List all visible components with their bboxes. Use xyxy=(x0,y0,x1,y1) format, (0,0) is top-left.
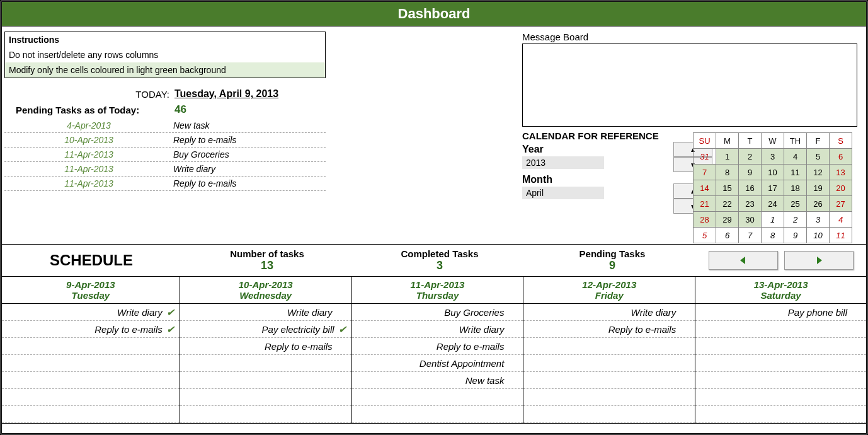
schedule-task-cell[interactable] xyxy=(180,355,351,372)
cal-day-cell[interactable]: 14 xyxy=(694,180,716,196)
schedule-task-cell[interactable] xyxy=(695,321,866,338)
schedule-task-cell[interactable] xyxy=(695,372,866,389)
schedule-task-cell[interactable] xyxy=(180,406,351,423)
schedule-day-name: Tuesday xyxy=(2,290,180,301)
pending-task-row: 11-Apr-2013Reply to e-mails xyxy=(4,177,326,191)
cal-day-cell[interactable]: 17 xyxy=(762,180,784,196)
cal-day-cell[interactable]: 2 xyxy=(784,212,807,228)
schedule-task-cell[interactable] xyxy=(352,389,523,406)
schedule-task-cell[interactable] xyxy=(2,372,180,389)
schedule-task-cell[interactable] xyxy=(523,372,695,389)
cal-day-cell[interactable]: 1 xyxy=(716,149,739,165)
schedule-day-header: 12-Apr-2013Friday xyxy=(523,277,695,304)
pending-task-desc: New task xyxy=(173,120,210,130)
schedule-task-cell[interactable]: Write diary xyxy=(352,321,523,338)
cal-day-cell[interactable]: 6 xyxy=(716,228,739,243)
schedule-task-cell[interactable]: Write diary xyxy=(180,304,351,321)
schedule-prev-button[interactable] xyxy=(709,251,778,270)
cal-day-cell[interactable]: 31 xyxy=(694,149,716,165)
schedule-task-cell[interactable] xyxy=(523,389,695,406)
schedule-task-cell[interactable] xyxy=(352,406,523,423)
schedule-task-cell[interactable] xyxy=(695,406,866,423)
schedule-task-cell[interactable] xyxy=(2,389,180,406)
cal-day-cell[interactable]: 19 xyxy=(807,180,830,196)
year-value[interactable]: 2013 xyxy=(522,156,604,169)
cal-day-cell[interactable]: 21 xyxy=(694,196,716,212)
cal-day-cell[interactable]: 11 xyxy=(830,228,852,243)
cal-day-cell[interactable]: 23 xyxy=(739,196,762,212)
schedule-task-cell[interactable] xyxy=(695,355,866,372)
cal-day-cell[interactable]: 15 xyxy=(716,180,739,196)
schedule-task-cell[interactable] xyxy=(2,338,180,355)
instructions-header: Instructions xyxy=(5,32,325,47)
message-board[interactable] xyxy=(522,44,857,127)
schedule-task-cell[interactable] xyxy=(2,355,180,372)
schedule-task-cell[interactable] xyxy=(180,372,351,389)
schedule-task-cell[interactable]: New task xyxy=(352,372,523,389)
cal-day-cell[interactable]: 28 xyxy=(694,212,716,228)
schedule-task-text: Write diary xyxy=(117,307,163,318)
cal-day-cell[interactable]: 8 xyxy=(716,165,739,180)
schedule-task-cell[interactable]: Pay phone bill xyxy=(695,304,866,321)
schedule-task-cell[interactable]: Write diary xyxy=(523,304,695,321)
schedule-task-cell[interactable] xyxy=(523,338,695,355)
pending-task-row: 11-Apr-2013Buy Groceries xyxy=(4,148,326,162)
cal-day-cell[interactable]: 29 xyxy=(716,212,739,228)
instructions-box: Instructions Do not insert/delete any ro… xyxy=(4,32,326,78)
cal-day-cell[interactable]: 5 xyxy=(694,228,716,243)
schedule-task-cell[interactable]: Reply to e-mails✔ xyxy=(2,321,180,338)
cal-day-cell[interactable]: 7 xyxy=(739,228,762,243)
cal-day-cell[interactable]: 2 xyxy=(739,149,762,165)
cal-day-cell[interactable]: 9 xyxy=(784,228,807,243)
cal-day-cell[interactable]: 12 xyxy=(807,165,830,180)
cal-day-cell[interactable]: 13 xyxy=(830,165,852,180)
schedule-task-cell[interactable]: Pay electricity bill✔ xyxy=(180,321,351,338)
schedule-task-cell[interactable] xyxy=(695,389,866,406)
schedule-task-cell[interactable]: Reply to e-mails xyxy=(523,321,695,338)
schedule-task-cell[interactable] xyxy=(523,406,695,423)
cal-day-cell[interactable]: 4 xyxy=(784,149,807,165)
schedule-task-cell[interactable]: Reply to e-mails xyxy=(180,338,351,355)
cal-day-cell[interactable]: 18 xyxy=(784,180,807,196)
schedule-task-cell[interactable]: Buy Groceries xyxy=(352,304,523,321)
month-value[interactable]: April xyxy=(522,187,604,199)
schedule-task-cell[interactable] xyxy=(2,406,180,423)
schedule-task-cell[interactable]: Dentist Appointment xyxy=(352,355,523,372)
today-label: TODAY: xyxy=(4,89,174,100)
cal-day-header: T xyxy=(739,133,762,149)
schedule-task-text: Write diary xyxy=(631,307,677,318)
cal-day-cell[interactable]: 24 xyxy=(762,196,784,212)
cal-day-cell[interactable]: 9 xyxy=(739,165,762,180)
cal-day-cell[interactable]: 7 xyxy=(694,165,716,180)
cal-day-cell[interactable]: 5 xyxy=(807,149,830,165)
cal-day-cell[interactable]: 11 xyxy=(784,165,807,180)
cal-day-cell[interactable]: 4 xyxy=(830,212,852,228)
cal-day-cell[interactable]: 26 xyxy=(807,196,830,212)
svg-marker-1 xyxy=(817,257,822,264)
schedule-task-cell[interactable] xyxy=(695,338,866,355)
cal-day-cell[interactable]: 8 xyxy=(762,228,784,243)
today-value: Tuesday, April 9, 2013 xyxy=(174,88,278,100)
cal-day-cell[interactable]: 6 xyxy=(830,149,852,165)
schedule-next-button[interactable] xyxy=(784,251,854,270)
schedule-task-cell[interactable]: Write diary✔ xyxy=(2,304,180,321)
schedule-task-cell[interactable] xyxy=(523,355,695,372)
cal-day-cell[interactable]: 20 xyxy=(830,180,852,196)
cal-day-cell[interactable]: 25 xyxy=(784,196,807,212)
cal-day-cell[interactable]: 1 xyxy=(762,212,784,228)
cal-day-cell[interactable]: 27 xyxy=(830,196,852,212)
pending-task-desc: Write diary xyxy=(173,164,215,174)
completed-tasks-value: 3 xyxy=(353,259,526,272)
cal-day-cell[interactable]: 3 xyxy=(762,149,784,165)
schedule-task-cell[interactable] xyxy=(180,389,351,406)
cal-day-cell[interactable]: 3 xyxy=(807,212,830,228)
schedule-day-header: 11-Apr-2013Thursday xyxy=(352,277,523,304)
cal-day-cell[interactable]: 16 xyxy=(739,180,762,196)
cal-day-cell[interactable]: 10 xyxy=(762,165,784,180)
schedule-task-cell[interactable]: Reply to e-mails xyxy=(352,338,523,355)
pending-task-row: 11-Apr-2013Write diary xyxy=(4,162,326,177)
cal-day-cell[interactable]: 22 xyxy=(716,196,739,212)
schedule-task-text: Pay electricity bill xyxy=(262,324,334,335)
cal-day-cell[interactable]: 10 xyxy=(807,228,830,243)
cal-day-cell[interactable]: 30 xyxy=(739,212,762,228)
